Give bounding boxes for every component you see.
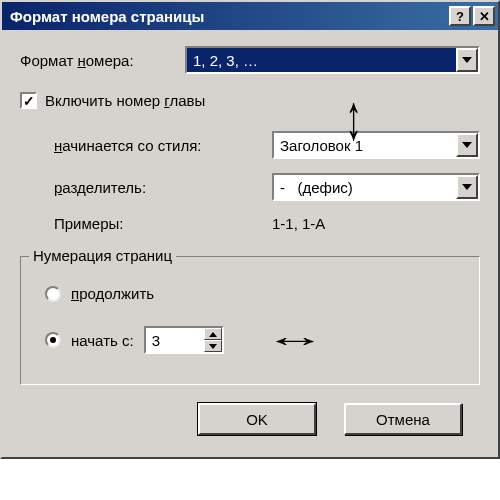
include-chapter-label: Включить номер главы: [45, 92, 205, 109]
examples-value: 1-1, 1-A: [272, 215, 325, 232]
include-chapter-checkbox[interactable]: ✓: [20, 92, 37, 109]
spinner-up[interactable]: [204, 328, 222, 340]
check-icon: ✓: [23, 93, 35, 109]
close-button[interactable]: ✕: [473, 6, 495, 26]
group-legend: Нумерация страниц: [29, 247, 176, 264]
dialog-window: Формат номера страницы ? ✕ Формат номера…: [0, 0, 500, 459]
titlebar[interactable]: Формат номера страницы ? ✕: [2, 2, 498, 30]
examples-label: Примеры:: [54, 215, 272, 232]
cancel-button[interactable]: Отмена: [344, 403, 462, 435]
separator-value: - (дефис): [274, 175, 456, 199]
titlebar-text: Формат номера страницы: [10, 8, 449, 25]
annotation-horizontal-arrow: ↔: [263, 323, 326, 357]
chevron-down-icon[interactable]: [456, 175, 478, 199]
continue-label: продолжить: [71, 285, 154, 302]
format-number-value: 1, 2, 3, …: [187, 48, 456, 72]
starts-style-combo[interactable]: Заголовок 1: [272, 131, 480, 159]
close-icon: ✕: [479, 9, 490, 24]
start-at-radio[interactable]: [45, 332, 61, 348]
annotation-vertical-arrow: ↕: [345, 79, 361, 155]
continue-radio[interactable]: [45, 286, 61, 302]
start-at-spinner[interactable]: 3: [144, 326, 224, 354]
spinner-down[interactable]: [204, 340, 222, 352]
start-at-value[interactable]: 3: [146, 328, 204, 352]
chevron-down-icon[interactable]: [456, 48, 478, 72]
starts-style-value: Заголовок 1: [274, 133, 456, 157]
help-button[interactable]: ?: [449, 6, 471, 26]
page-numbering-group: Нумерация страниц продолжить начать с: 3: [20, 256, 480, 385]
format-number-combo[interactable]: 1, 2, 3, …: [185, 46, 480, 74]
separator-combo[interactable]: - (дефис): [272, 173, 480, 201]
chevron-down-icon[interactable]: [456, 133, 478, 157]
starts-style-label: начинается со стиля:: [54, 137, 272, 154]
format-number-label: Формат номера:: [20, 52, 185, 69]
start-at-label: начать с:: [71, 332, 134, 349]
separator-label: разделитель:: [54, 179, 272, 196]
ok-button[interactable]: OK: [198, 403, 316, 435]
